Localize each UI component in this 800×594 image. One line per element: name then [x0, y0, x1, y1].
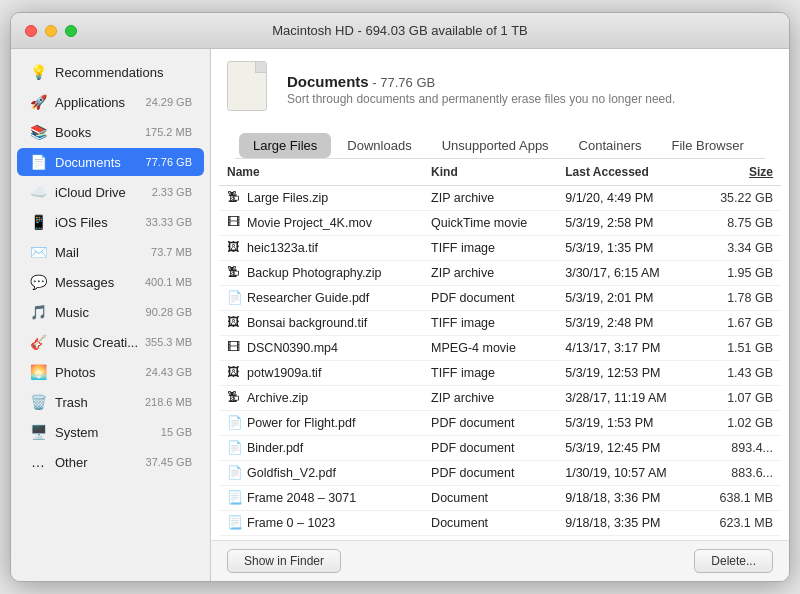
file-size-cell: 1.51 GB: [698, 336, 781, 361]
sidebar-item-photos[interactable]: 🌅Photos24.43 GB: [17, 358, 204, 386]
sidebar-label-icloud-drive: iCloud Drive: [55, 185, 152, 200]
sidebar-label-photos: Photos: [55, 365, 146, 380]
sidebar-item-other[interactable]: …Other37.45 GB: [17, 448, 204, 476]
table-row[interactable]: 🗜Archive.zipZIP archive3/28/17, 11:19 AM…: [219, 386, 781, 411]
sidebar-size-photos: 24.43 GB: [146, 366, 192, 378]
file-kind-cell: TIFF image: [423, 311, 557, 336]
file-size-cell: 638.1 MB: [698, 486, 781, 511]
traffic-lights: [25, 25, 77, 37]
file-name-cell: 🗜Backup Photography.zip: [219, 261, 423, 285]
tab-unsupported-apps[interactable]: Unsupported Apps: [428, 133, 563, 158]
sidebar-label-messages: Messages: [55, 275, 145, 290]
sidebar-label-system: System: [55, 425, 161, 440]
other-icon: …: [29, 453, 47, 471]
file-kind-cell: QuickTime movie: [423, 211, 557, 236]
close-button[interactable]: [25, 25, 37, 37]
sidebar-size-mail: 73.7 MB: [151, 246, 192, 258]
table-row[interactable]: 📃Frame 0 – 1023Document9/18/18, 3:35 PM6…: [219, 511, 781, 536]
table-row[interactable]: 📄Binder.pdfPDF document5/3/19, 12:45 PM8…: [219, 436, 781, 461]
sidebar-size-other: 37.45 GB: [146, 456, 192, 468]
minimize-button[interactable]: [45, 25, 57, 37]
system-icon: 🖥️: [29, 423, 47, 441]
sidebar-item-applications[interactable]: 🚀Applications24.29 GB: [17, 88, 204, 116]
col-kind[interactable]: Kind: [423, 159, 557, 186]
right-panel: Documents - 77.76 GB Sort through docume…: [211, 49, 789, 581]
file-size-cell: 1.07 GB: [698, 386, 781, 411]
sidebar-size-documents: 77.76 GB: [146, 156, 192, 168]
table-row[interactable]: 🖼Bonsai background.tifTIFF image5/3/19, …: [219, 311, 781, 336]
file-size-cell: 883.6...: [698, 461, 781, 486]
photos-icon: 🌅: [29, 363, 47, 381]
file-name-cell: 📄Goldfish_V2.pdf: [219, 461, 423, 485]
delete-button[interactable]: Delete...: [694, 549, 773, 573]
sidebar-item-documents[interactable]: 📄Documents77.76 GB: [17, 148, 204, 176]
sidebar-item-books[interactable]: 📚Books175.2 MB: [17, 118, 204, 146]
file-kind-cell: MPEG-4 movie: [423, 336, 557, 361]
sidebar-item-music-creation[interactable]: 🎸Music Creati...355.3 MB: [17, 328, 204, 356]
table-row[interactable]: 📄Goldfish_V2.pdfPDF document1/30/19, 10:…: [219, 461, 781, 486]
sidebar-item-icloud-drive[interactable]: ☁️iCloud Drive2.33 GB: [17, 178, 204, 206]
table-row[interactable]: 📄Power for Flight.pdfPDF document5/3/19,…: [219, 411, 781, 436]
pdf-icon: 📄: [227, 465, 243, 481]
panel-name: Documents: [287, 73, 369, 90]
col-name[interactable]: Name: [219, 159, 423, 186]
file-kind-cell: ZIP archive: [423, 261, 557, 286]
file-accessed-cell: 9/18/18, 3:36 PM: [557, 486, 698, 511]
table-row[interactable]: 📃Frame 2048 – 3071Document9/18/18, 3:36 …: [219, 486, 781, 511]
zip-icon: 🗜: [227, 265, 243, 281]
pdf-icon: 📄: [227, 440, 243, 456]
books-icon: 📚: [29, 123, 47, 141]
tab-downloads[interactable]: Downloads: [333, 133, 425, 158]
ios-files-icon: 📱: [29, 213, 47, 231]
sidebar-size-system: 15 GB: [161, 426, 192, 438]
file-name-cell: 📄Power for Flight.pdf: [219, 411, 423, 435]
window-title: Macintosh HD - 694.03 GB available of 1 …: [272, 23, 528, 38]
file-table-container[interactable]: Name Kind Last Accessed Size 🗜Large File…: [211, 159, 789, 540]
col-size[interactable]: Size: [698, 159, 781, 186]
file-accessed-cell: 1/30/19, 10:57 AM: [557, 461, 698, 486]
file-accessed-cell: 5/3/19, 12:53 PM: [557, 361, 698, 386]
tab-containers[interactable]: Containers: [565, 133, 656, 158]
col-last-accessed[interactable]: Last Accessed: [557, 159, 698, 186]
pdf-icon: 📄: [227, 290, 243, 306]
file-name-cell: 📃Frame 0 – 1023: [219, 511, 423, 535]
file-size-cell: 1.95 GB: [698, 261, 781, 286]
panel-header: Documents - 77.76 GB Sort through docume…: [211, 49, 789, 159]
sidebar-label-recommendations: Recommendations: [55, 65, 192, 80]
sidebar-item-music[interactable]: 🎵Music90.28 GB: [17, 298, 204, 326]
sidebar-size-trash: 218.6 MB: [145, 396, 192, 408]
panel-title-row: Documents - 77.76 GB Sort through docume…: [227, 61, 773, 117]
file-name-cell: 🖼Bonsai background.tif: [219, 311, 423, 335]
sidebar-item-trash[interactable]: 🗑️Trash218.6 MB: [17, 388, 204, 416]
file-accessed-cell: 9/1/20, 4:49 PM: [557, 186, 698, 211]
sidebar-item-system[interactable]: 🖥️System15 GB: [17, 418, 204, 446]
sidebar-item-ios-files[interactable]: 📱iOS Files33.33 GB: [17, 208, 204, 236]
table-row[interactable]: 🖼heic1323a.tifTIFF image5/3/19, 1:35 PM3…: [219, 236, 781, 261]
trash-icon: 🗑️: [29, 393, 47, 411]
show-in-finder-button[interactable]: Show in Finder: [227, 549, 341, 573]
table-row[interactable]: 🗜Large Files.zipZIP archive9/1/20, 4:49 …: [219, 186, 781, 211]
tab-file-browser[interactable]: File Browser: [657, 133, 757, 158]
table-row[interactable]: 🖼potw1909a.tifTIFF image5/3/19, 12:53 PM…: [219, 361, 781, 386]
doc-icon: 📃: [227, 490, 243, 506]
sidebar-item-recommendations[interactable]: 💡Recommendations: [17, 58, 204, 86]
sidebar-item-mail[interactable]: ✉️Mail73.7 MB: [17, 238, 204, 266]
main-content: 💡Recommendations🚀Applications24.29 GB📚Bo…: [11, 49, 789, 581]
panel-size: - 77.76 GB: [372, 75, 435, 90]
maximize-button[interactable]: [65, 25, 77, 37]
file-name-cell: 📄Researcher Guide.pdf: [219, 286, 423, 310]
file-name-cell: 🖼potw1909a.tif: [219, 361, 423, 385]
table-row[interactable]: 🗜Backup Photography.zipZIP archive3/30/1…: [219, 261, 781, 286]
music-creation-icon: 🎸: [29, 333, 47, 351]
table-row[interactable]: 📄Researcher Guide.pdfPDF document5/3/19,…: [219, 286, 781, 311]
mail-icon: ✉️: [29, 243, 47, 261]
tab-large-files[interactable]: Large Files: [239, 133, 331, 158]
file-name-cell: 📃Frame 2048 – 3071: [219, 486, 423, 510]
file-kind-cell: PDF document: [423, 411, 557, 436]
sidebar-item-messages[interactable]: 💬Messages400.1 MB: [17, 268, 204, 296]
table-row[interactable]: 🎞DSCN0390.mp4MPEG-4 movie4/13/17, 3:17 P…: [219, 336, 781, 361]
file-size-cell: 35.22 GB: [698, 186, 781, 211]
table-row[interactable]: 🎞Movie Project_4K.movQuickTime movie5/3/…: [219, 211, 781, 236]
file-kind-cell: TIFF image: [423, 361, 557, 386]
file-name-cell: 🗜Large Files.zip: [219, 186, 423, 210]
